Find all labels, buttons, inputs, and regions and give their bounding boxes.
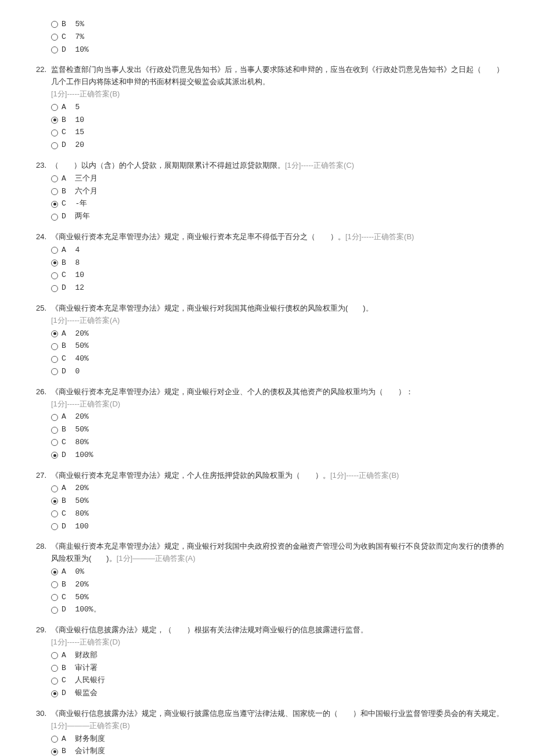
radio-icon[interactable] — [51, 129, 58, 136]
option-label: B 50% — [62, 495, 89, 507]
radio-icon[interactable] — [51, 272, 58, 279]
option[interactable]: D 12 — [51, 282, 505, 294]
option[interactable]: A 5 — [51, 102, 505, 114]
option[interactable]: B 六个月 — [51, 186, 505, 198]
options: A 0%B 20%C 50%D 100%。 — [51, 566, 505, 616]
option-label: C 40% — [62, 353, 89, 365]
radio-icon[interactable] — [51, 581, 58, 588]
radio-icon[interactable] — [51, 260, 58, 267]
radio-icon[interactable] — [51, 104, 58, 111]
option[interactable]: C -年 — [51, 198, 505, 210]
radio-icon[interactable] — [51, 356, 58, 363]
radio-icon[interactable] — [51, 188, 58, 195]
radio-icon[interactable] — [51, 368, 58, 375]
question: 30.《商业银行信息披露办法》规定，商业银行披露信息应当遵守法律法规、国家统一的… — [29, 708, 505, 756]
option[interactable]: A 20% — [51, 328, 505, 340]
option[interactable]: B 10 — [51, 114, 505, 127]
option-label: A 财政部 — [62, 650, 98, 662]
question-text: 《商业银行资本充足率管理办法》规定，商业银行资本充足率不得低于百分之（ ）。[1… — [51, 231, 505, 243]
option[interactable]: D 100%。 — [51, 604, 505, 616]
question-header: 27.《商业银行资本充足率管理办法》规定，个人住房抵押贷款的风险权重为（ ）。[… — [29, 470, 505, 482]
question-text-content: 《商业银行资本充足率管理办法》规定，商业银行对我国其他商业银行债权的风险权重为(… — [51, 304, 373, 312]
options: A 4B 8C 10D 12 — [51, 244, 505, 294]
question-meta: [1分]———正确答案(B) — [51, 721, 130, 730]
question-header: 22.监督检查部门向当事人发出《行政处罚意见告知书》后，当事人要求陈述和申辩的，… — [29, 64, 505, 100]
question: 23.（ ）以内（含）的个人贷款，展期期限累计不得超过原贷款期限。[1分]---… — [29, 160, 505, 223]
radio-icon[interactable] — [51, 427, 58, 434]
radio-icon[interactable] — [51, 652, 58, 659]
radio-icon[interactable] — [51, 665, 58, 672]
radio-icon[interactable] — [51, 690, 58, 697]
option[interactable]: C 10 — [51, 269, 505, 282]
option[interactable]: B 50% — [51, 340, 505, 352]
radio-icon[interactable] — [51, 523, 58, 530]
radio-icon[interactable] — [51, 330, 58, 337]
radio-icon[interactable] — [51, 175, 58, 182]
radio-icon[interactable] — [51, 34, 58, 41]
question-meta: [1分]-----正确答案(D) — [51, 638, 120, 646]
option[interactable]: D 0 — [51, 366, 505, 378]
option[interactable]: A 20% — [51, 411, 505, 423]
question-number: 23. — [29, 160, 51, 172]
option[interactable]: A 三个月 — [51, 173, 505, 185]
question-meta: [1分]———正确答案(A) — [117, 554, 196, 563]
option-label: C 50% — [62, 592, 89, 604]
option[interactable]: A 0% — [51, 566, 505, 578]
radio-icon[interactable] — [51, 594, 58, 601]
option[interactable]: B 5% — [51, 19, 505, 31]
option[interactable]: D 20 — [51, 139, 505, 152]
radio-icon[interactable] — [51, 46, 58, 53]
radio-icon[interactable] — [51, 247, 58, 254]
radio-icon[interactable] — [51, 748, 58, 755]
question: 26.《商业银行资本充足率管理办法》规定，商业银行对企业、个人的债权及其他资产的… — [29, 386, 505, 462]
option-label: B 10 — [62, 114, 84, 127]
option[interactable]: C 40% — [51, 353, 505, 365]
radio-icon[interactable] — [51, 214, 58, 221]
option[interactable]: C 50% — [51, 592, 505, 604]
radio-icon[interactable] — [51, 117, 58, 124]
radio-icon[interactable] — [51, 142, 58, 149]
option[interactable]: D 100 — [51, 521, 505, 533]
radio-icon[interactable] — [51, 201, 58, 208]
option[interactable]: B 50% — [51, 495, 505, 507]
option[interactable]: C 80% — [51, 437, 505, 449]
question-header: 26.《商业银行资本充足率管理办法》规定，商业银行对企业、个人的债权及其他资产的… — [29, 386, 505, 411]
radio-icon[interactable] — [51, 21, 58, 28]
option[interactable]: B 8 — [51, 257, 505, 269]
radio-icon[interactable] — [51, 414, 58, 421]
radio-icon[interactable] — [51, 510, 58, 517]
radio-icon[interactable] — [51, 452, 58, 459]
option[interactable]: B 审计署 — [51, 663, 505, 675]
radio-icon[interactable] — [51, 343, 58, 350]
option[interactable]: D 100% — [51, 449, 505, 462]
radio-icon[interactable] — [51, 568, 58, 575]
option[interactable]: B 50% — [51, 424, 505, 436]
option[interactable]: B 会计制度 — [51, 746, 505, 756]
question-text: 《商业银行资本充足率管理办法》规定，商业银行对企业、个人的债权及其他资产的风险权… — [51, 386, 505, 411]
radio-icon[interactable] — [51, 678, 58, 685]
option[interactable]: A 财政部 — [51, 650, 505, 662]
option[interactable]: B 20% — [51, 579, 505, 591]
option[interactable]: A 20% — [51, 483, 505, 495]
question-meta: [1分]-----正确答案(B) — [345, 232, 414, 241]
option[interactable]: C 15 — [51, 127, 505, 139]
radio-icon[interactable] — [51, 607, 58, 614]
question-text: 《商业银行资本充足率管理办法》规定，商业银行对我国其他商业银行债权的风险权重为(… — [51, 303, 505, 327]
radio-icon[interactable] — [51, 736, 58, 743]
option-label: B 会计制度 — [62, 746, 105, 756]
radio-icon[interactable] — [51, 439, 58, 446]
option[interactable]: D 10% — [51, 44, 505, 56]
option-label: A 20% — [62, 328, 89, 340]
option-label: B 50% — [62, 424, 89, 436]
option[interactable]: D 银监会 — [51, 687, 505, 700]
option[interactable]: C 7% — [51, 31, 505, 44]
option[interactable]: A 财务制度 — [51, 733, 505, 746]
question: B 5%C 7%D 10% — [29, 19, 505, 56]
option[interactable]: A 4 — [51, 244, 505, 257]
option[interactable]: D 两年 — [51, 211, 505, 223]
option[interactable]: C 80% — [51, 508, 505, 520]
radio-icon[interactable] — [51, 285, 58, 292]
radio-icon[interactable] — [51, 485, 58, 492]
option[interactable]: C 人民银行 — [51, 675, 505, 687]
radio-icon[interactable] — [51, 498, 58, 505]
